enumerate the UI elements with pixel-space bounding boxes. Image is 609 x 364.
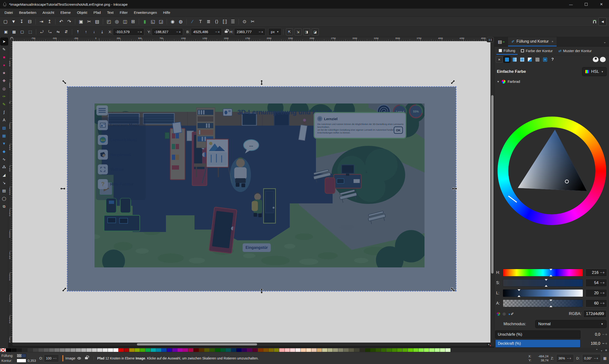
- palette-swatch[interactable]: [124, 348, 129, 352]
- opacity-slider[interactable]: Deckkraft (%): [495, 339, 581, 348]
- align-icon[interactable]: ≣: [204, 18, 213, 26]
- statusbar-grid-icon[interactable]: ▦: [603, 356, 607, 360]
- gradient-tool[interactable]: ▧: [0, 124, 8, 131]
- palette-swatch[interactable]: [435, 348, 440, 352]
- mesh-tool[interactable]: ▦: [0, 132, 8, 139]
- palette-swatch[interactable]: [392, 348, 397, 352]
- star-tool[interactable]: ★: [0, 69, 8, 77]
- palette-swatch[interactable]: [215, 348, 220, 352]
- stroke-swatch[interactable]: [17, 359, 26, 363]
- select-color-icon[interactable]: ◍: [177, 18, 185, 26]
- selection-handle-w[interactable]: [60, 186, 66, 192]
- horizontal-scrollbar[interactable]: [12, 343, 487, 346]
- palette-swatch[interactable]: [54, 348, 59, 352]
- blend-mode-select[interactable]: Normal▼: [535, 320, 607, 328]
- calligraphy-tool[interactable]: ʃ: [0, 108, 8, 116]
- zoom-input[interactable]: 36%−+: [556, 354, 574, 363]
- menu-pfad[interactable]: Pfad: [91, 10, 104, 15]
- zoom-center-icon[interactable]: ⊞: [129, 18, 137, 26]
- zoom-page-icon[interactable]: ◫: [121, 18, 129, 26]
- palette-swatch[interactable]: [413, 348, 419, 352]
- lock-ratio-icon[interactable]: [225, 31, 228, 33]
- palette-swatch[interactable]: [76, 348, 81, 352]
- import-icon[interactable]: ⇥: [37, 18, 45, 26]
- palette-swatch[interactable]: [43, 348, 49, 352]
- rgba-input[interactable]: 172d4d99: [583, 310, 607, 318]
- layer-lock-icon[interactable]: [85, 357, 88, 359]
- circle-mode-icon[interactable]: ◎: [502, 312, 506, 316]
- palette-swatch[interactable]: [33, 348, 38, 352]
- palette-swatch[interactable]: [317, 348, 322, 352]
- palette-swatch[interactable]: [119, 348, 124, 352]
- slider-bar-hue[interactable]: [503, 269, 583, 276]
- palette-swatch[interactable]: [108, 348, 113, 352]
- palette-swatch[interactable]: [274, 348, 279, 352]
- zoom-1-1-button[interactable]: 1:1: [487, 37, 494, 42]
- selected-path-overlay[interactable]: [67, 87, 456, 291]
- snap-indicator-icon[interactable]: ⌖: [487, 343, 491, 346]
- palette-swatch[interactable]: [354, 348, 360, 352]
- palette-swatch[interactable]: [156, 348, 162, 352]
- slider-bar-alpha[interactable]: [503, 299, 583, 307]
- palette-swatch[interactable]: [381, 348, 386, 352]
- tab-close-icon[interactable]: ×: [552, 40, 554, 43]
- fill-pattern-button[interactable]: [534, 56, 541, 63]
- palette-swatch[interactable]: [113, 348, 119, 352]
- palette-swatch[interactable]: [263, 348, 269, 352]
- node-tool[interactable]: ✎: [0, 46, 8, 53]
- fill-none-button[interactable]: ✕: [496, 56, 502, 63]
- palette-swatch[interactable]: [322, 348, 327, 352]
- vertical-ruler[interactable]: -500-25002505007501000125015001750200022…: [8, 41, 12, 343]
- selection-handle-nw[interactable]: [60, 78, 68, 86]
- palette-swatch[interactable]: [446, 348, 451, 352]
- menu-ansicht[interactable]: Ansicht: [40, 10, 57, 15]
- palette-swatch[interactable]: [333, 348, 338, 352]
- tweak-tool[interactable]: ∿: [0, 156, 8, 163]
- palette-swatch[interactable]: [231, 348, 236, 352]
- color-wheel[interactable]: [494, 114, 609, 233]
- flip-horizontal-icon[interactable]: ⇋: [54, 28, 62, 36]
- undo-icon[interactable]: ↶: [57, 18, 65, 26]
- palette-swatch[interactable]: [199, 348, 204, 352]
- save-icon[interactable]: ↧: [18, 18, 26, 26]
- print-icon[interactable]: ⊟: [26, 18, 34, 26]
- zoom-selection-icon[interactable]: ◰: [105, 18, 113, 26]
- spray-tool[interactable]: ⁂: [0, 163, 8, 171]
- ellipse-tool[interactable]: ●: [0, 61, 8, 69]
- dialog-tab-fill-stroke[interactable]: ✐ Füllung und Kontur ×: [508, 37, 557, 46]
- palette-swatch[interactable]: [97, 348, 102, 352]
- palette-swatch[interactable]: [17, 348, 22, 352]
- fill-mesh-button[interactable]: [526, 56, 533, 63]
- expander-arrow-icon[interactable]: ▼: [497, 80, 500, 83]
- palette-swatch[interactable]: [242, 348, 247, 352]
- selection-handle-s[interactable]: [259, 288, 265, 294]
- palette-swatch[interactable]: [253, 348, 258, 352]
- menu-objekt[interactable]: Objekt: [74, 10, 90, 15]
- export-icon[interactable]: ↥: [45, 18, 54, 26]
- palette-swatch[interactable]: [360, 348, 365, 352]
- text-tool[interactable]: A: [0, 116, 8, 124]
- raise-icon[interactable]: ↑: [82, 28, 90, 36]
- palette-swatch[interactable]: [204, 348, 210, 352]
- palette-swatch[interactable]: [365, 348, 370, 352]
- palette-swatch[interactable]: [167, 348, 172, 352]
- selection-handle-e[interactable]: [452, 186, 457, 192]
- selector-tool[interactable]: ➤: [0, 38, 8, 45]
- scale-corners-toggle[interactable]: ⇲: [295, 28, 302, 36]
- palette-swatch[interactable]: [135, 348, 140, 352]
- scale-pattern-toggle[interactable]: ◪: [312, 28, 319, 36]
- cut-icon[interactable]: ✂: [85, 18, 93, 26]
- snap-toggle-icon[interactable]: [593, 20, 596, 23]
- palette-swatch[interactable]: [247, 348, 252, 352]
- palette-swatch[interactable]: [311, 348, 317, 352]
- flip-vertical-icon[interactable]: ⇵: [62, 28, 70, 36]
- pages-tool[interactable]: ▤: [0, 187, 8, 194]
- deselect-icon[interactable]: ▢: [18, 28, 26, 36]
- eyedropper-icon[interactable]: ▼✐: [508, 312, 514, 316]
- unlink-clone-icon[interactable]: ◲: [157, 18, 165, 26]
- pen-tool[interactable]: ✑: [0, 93, 8, 100]
- dropper-tool[interactable]: ▼: [0, 140, 8, 147]
- palette-swatch[interactable]: [49, 348, 54, 352]
- height-input[interactable]: 2383,777−+: [234, 28, 265, 36]
- pencil-tool[interactable]: ✎: [0, 101, 8, 108]
